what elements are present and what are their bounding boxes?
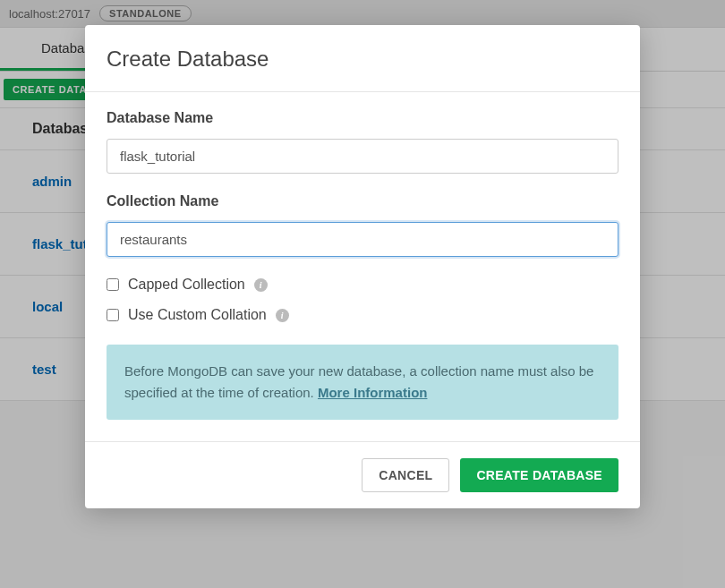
more-information-link[interactable]: More Information xyxy=(318,385,428,400)
create-database-submit-button[interactable]: CREATE DATABASE xyxy=(460,458,618,492)
info-notice: Before MongoDB can save your new databas… xyxy=(107,345,618,420)
modal-title: Create Database xyxy=(107,47,618,72)
custom-collation-row: Use Custom Collation i xyxy=(107,307,618,323)
capped-collection-row: Capped Collection i xyxy=(107,277,618,293)
modal-body: Database Name Collection Name Capped Col… xyxy=(85,92,640,441)
collection-name-label: Collection Name xyxy=(107,193,618,209)
create-database-modal: Create Database Database Name Collection… xyxy=(85,25,640,508)
database-name-field-group: Database Name xyxy=(107,110,618,174)
custom-collation-checkbox[interactable] xyxy=(107,309,119,321)
modal-header: Create Database xyxy=(85,25,640,92)
info-icon[interactable]: i xyxy=(254,278,268,292)
cancel-button[interactable]: CANCEL xyxy=(362,458,449,492)
capped-collection-checkbox[interactable] xyxy=(107,278,119,291)
collection-name-input[interactable] xyxy=(107,222,618,257)
capped-collection-label: Capped Collection xyxy=(128,277,245,293)
collection-name-field-group: Collection Name xyxy=(107,193,618,257)
database-name-label: Database Name xyxy=(107,110,618,126)
modal-footer: CANCEL CREATE DATABASE xyxy=(85,441,640,508)
database-name-input[interactable] xyxy=(107,139,618,174)
info-icon[interactable]: i xyxy=(276,309,289,322)
custom-collation-label: Use Custom Collation xyxy=(128,307,267,323)
